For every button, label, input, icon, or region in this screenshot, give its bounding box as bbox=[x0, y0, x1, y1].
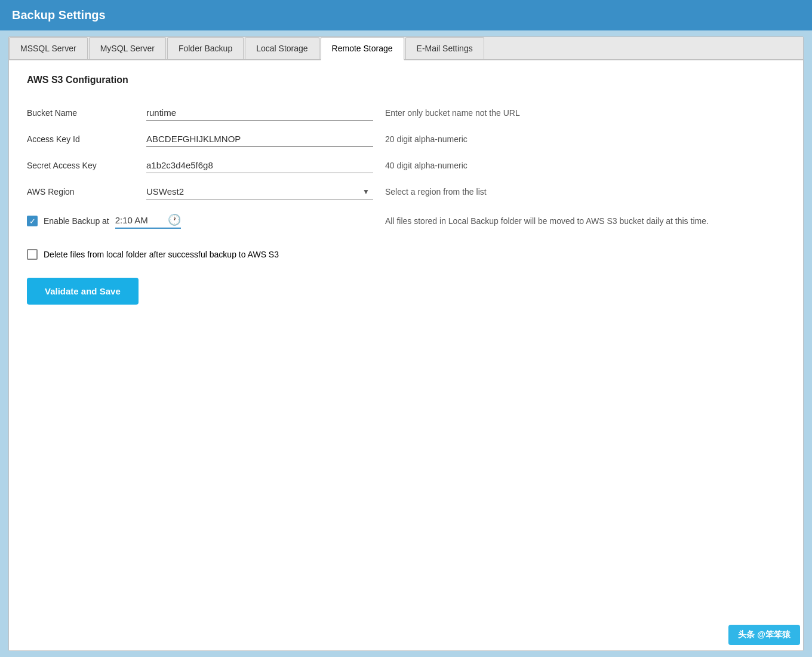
backup-time-input[interactable] bbox=[115, 215, 163, 225]
delete-files-row: Delete files from local folder after suc… bbox=[27, 243, 785, 266]
enable-backup-label: Enable Backup at bbox=[44, 216, 109, 226]
tab-folder[interactable]: Folder Backup bbox=[167, 37, 244, 59]
tab-email[interactable]: E-Mail Settings bbox=[405, 37, 484, 59]
bucket-name-input-cell bbox=[146, 100, 373, 125]
enable-backup-hint: All files stored in Local Backup folder … bbox=[373, 215, 785, 228]
enable-backup-section: ✓ Enable Backup at 🕐 bbox=[27, 205, 373, 237]
title-bar: Backup Settings bbox=[0, 0, 812, 30]
time-input-wrapper: 🕐 bbox=[115, 213, 181, 229]
tab-local[interactable]: Local Storage bbox=[245, 37, 319, 59]
validate-save-button[interactable]: Validate and Save bbox=[27, 278, 139, 305]
form-grid: Bucket Name Enter only bucket name not t… bbox=[27, 100, 785, 237]
section-title: AWS S3 Configuration bbox=[27, 75, 785, 85]
secret-access-key-input-cell bbox=[146, 153, 373, 178]
access-key-id-input-cell bbox=[146, 127, 373, 152]
enable-backup-checkbox[interactable]: ✓ bbox=[27, 216, 38, 226]
access-key-id-hint: 20 digit alpha-numeric bbox=[373, 134, 785, 144]
clock-icon: 🕐 bbox=[168, 213, 181, 226]
bucket-name-hint: Enter only bucket name not the URL bbox=[373, 108, 785, 118]
tab-bar: MSSQL Server MySQL Server Folder Backup … bbox=[9, 37, 803, 60]
bucket-name-input[interactable] bbox=[146, 105, 373, 121]
tab-mssql[interactable]: MSSQL Server bbox=[9, 37, 88, 59]
secret-access-key-input[interactable] bbox=[146, 158, 373, 173]
bucket-name-label: Bucket Name bbox=[27, 100, 146, 126]
secret-access-key-label: Secret Access Key bbox=[27, 152, 146, 179]
access-key-id-input[interactable] bbox=[146, 131, 373, 147]
delete-files-label: Delete files from local folder after suc… bbox=[44, 250, 279, 259]
aws-region-hint: Select a region from the list bbox=[373, 187, 785, 197]
aws-region-select-wrapper: USWest2 USEast1 EUWest1 APSoutheast1 ▼ bbox=[146, 184, 373, 199]
content-area: AWS S3 Configuration Bucket Name Enter o… bbox=[9, 60, 803, 319]
aws-region-select[interactable]: USWest2 USEast1 EUWest1 APSoutheast1 bbox=[146, 184, 373, 199]
tab-mysql[interactable]: MySQL Server bbox=[89, 37, 166, 59]
access-key-id-label: Access Key Id bbox=[27, 126, 146, 152]
watermark: 头条 @笨笨猿 bbox=[728, 625, 800, 645]
app-title: Backup Settings bbox=[12, 8, 106, 22]
aws-region-select-cell: USWest2 USEast1 EUWest1 APSoutheast1 ▼ bbox=[146, 179, 373, 204]
checkmark-icon: ✓ bbox=[29, 217, 36, 225]
main-container: MSSQL Server MySQL Server Folder Backup … bbox=[8, 36, 804, 651]
delete-files-checkbox[interactable] bbox=[27, 249, 38, 260]
tab-remote[interactable]: Remote Storage bbox=[321, 37, 404, 60]
secret-access-key-hint: 40 digit alpha-numeric bbox=[373, 161, 785, 170]
aws-region-label: AWS Region bbox=[27, 179, 146, 205]
